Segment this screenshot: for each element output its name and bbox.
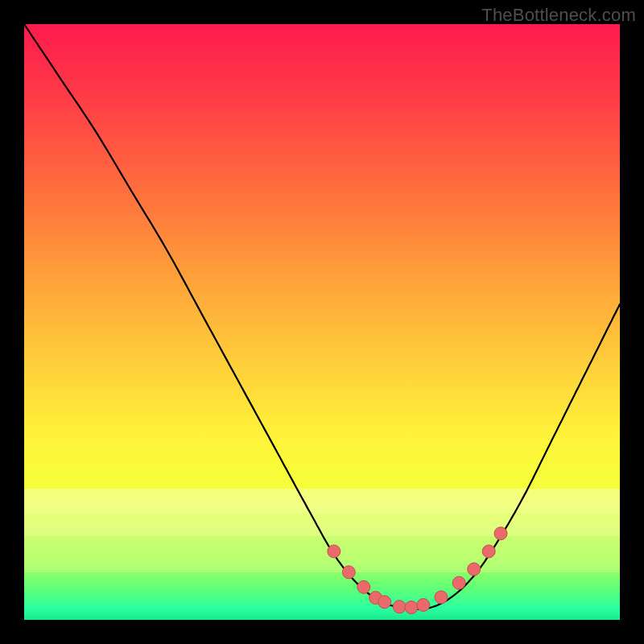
- highlight-dot: [342, 566, 355, 579]
- highlight-dot: [435, 591, 448, 604]
- highlight-dot: [468, 563, 481, 576]
- highlight-dot: [482, 545, 495, 558]
- highlight-dots-group: [328, 527, 507, 614]
- highlight-dot: [405, 601, 418, 614]
- chart-frame: TheBottleneck.com: [0, 0, 644, 644]
- highlight-dot: [328, 545, 341, 558]
- highlight-dot: [452, 576, 465, 589]
- highlight-dot: [393, 601, 406, 613]
- curve-svg: [24, 24, 620, 620]
- highlight-dot: [378, 596, 391, 609]
- watermark-text: TheBottleneck.com: [481, 5, 636, 26]
- highlight-dot: [494, 527, 507, 540]
- highlight-dot: [357, 580, 370, 593]
- highlight-dot: [417, 599, 430, 612]
- bottleneck-curve-path: [24, 24, 620, 609]
- plot-area: [24, 24, 620, 620]
